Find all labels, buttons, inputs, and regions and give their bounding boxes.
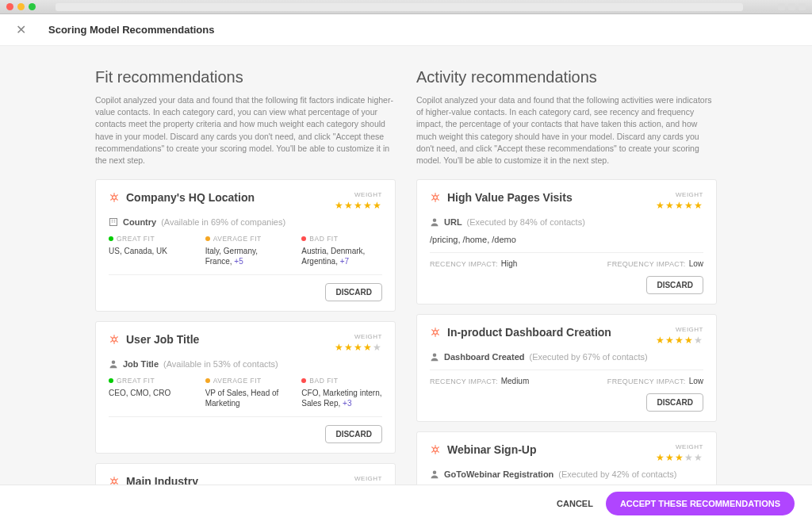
recency-impact-label: RECENCY IMPACT: bbox=[430, 260, 498, 268]
svg-line-18 bbox=[116, 340, 118, 342]
sprocket-icon bbox=[430, 327, 441, 338]
weight-stars: ★★★★★ bbox=[656, 452, 703, 463]
weight-stars: ★★★★★ bbox=[335, 342, 382, 353]
svg-point-43 bbox=[433, 354, 437, 358]
svg-line-16 bbox=[116, 337, 118, 339]
mac-fullscreen-icon[interactable] bbox=[29, 3, 36, 10]
browser-tab-icon bbox=[799, 3, 806, 10]
svg-line-48 bbox=[437, 447, 439, 449]
availability: (Available in 69% of companies) bbox=[161, 217, 285, 227]
svg-line-39 bbox=[431, 330, 434, 331]
cancel-button[interactable]: CANCEL bbox=[557, 499, 593, 508]
frequency-impact-label: FREQUENCY IMPACT: bbox=[607, 377, 686, 385]
mac-minimize-icon[interactable] bbox=[17, 3, 25, 10]
svg-line-31 bbox=[431, 195, 434, 197]
great-fit-label: GREAT FIT bbox=[117, 377, 155, 385]
activity-column: Activity recommendations Copilot analyze… bbox=[416, 68, 717, 485]
accept-recommendations-button[interactable]: ACCEPT THESE RECOMMENDATIONS bbox=[606, 492, 795, 515]
svg-line-33 bbox=[431, 198, 434, 200]
svg-point-35 bbox=[433, 219, 437, 223]
sprocket-icon bbox=[430, 192, 441, 203]
svg-line-5 bbox=[110, 198, 113, 200]
activity-card: In-product Dashboard Creation WEIGHT ★★★… bbox=[416, 314, 717, 422]
weight-stars: ★★★★★ bbox=[656, 200, 703, 211]
svg-line-23 bbox=[110, 479, 113, 481]
bad-fit-value: Austria, Denmark, Argentina, +7 bbox=[301, 246, 382, 266]
svg-point-51 bbox=[433, 471, 437, 475]
discard-button[interactable]: DISCARD bbox=[646, 393, 703, 412]
svg-line-34 bbox=[437, 198, 439, 200]
svg-point-19 bbox=[112, 361, 116, 365]
svg-line-41 bbox=[431, 333, 434, 335]
dot-green-icon bbox=[109, 378, 113, 383]
discard-button[interactable]: DISCARD bbox=[325, 425, 382, 443]
availability: (Executed by 67% of contacts) bbox=[529, 352, 647, 362]
window-chrome bbox=[0, 0, 812, 14]
discard-button[interactable]: DISCARD bbox=[646, 276, 703, 294]
field-name: Job Title bbox=[123, 359, 159, 369]
svg-line-17 bbox=[110, 340, 113, 342]
svg-line-3 bbox=[110, 195, 113, 197]
frequency-impact-label: FREQUENCY IMPACT: bbox=[607, 260, 686, 268]
availability: (Executed by 84% of contacts) bbox=[467, 217, 585, 227]
svg-line-26 bbox=[116, 482, 118, 484]
availability: (Executed by 42% of contacts) bbox=[558, 469, 676, 479]
sprocket-icon bbox=[109, 334, 120, 345]
activity-card: High Value Pages Visits WEIGHT ★★★★★ URL… bbox=[416, 179, 717, 305]
fit-heading: Fit recommendations bbox=[95, 68, 396, 86]
fit-card: User Job Title WEIGHT ★★★★★ Job Title (A… bbox=[95, 321, 396, 454]
user-icon bbox=[430, 469, 439, 479]
card-title: User Job Title bbox=[126, 333, 199, 346]
mac-close-icon[interactable] bbox=[6, 3, 13, 10]
average-fit-value: Italy, Germany, France, +5 bbox=[205, 246, 286, 266]
fit-description: Copilot analyzed your data and found tha… bbox=[95, 94, 396, 167]
average-fit-value: VP of Sales, Head of Marketing bbox=[205, 388, 286, 408]
availability: (Available in 53% of contacts) bbox=[163, 359, 278, 369]
user-icon bbox=[109, 359, 118, 369]
activity-card: Webinar Sign-Up WEIGHT ★★★★★ GoToWebinar… bbox=[416, 431, 717, 485]
card-title: Webinar Sign-Up bbox=[447, 443, 537, 456]
fit-card: Main Industry WEIGHT ★★★★★ Industry (Ava… bbox=[95, 463, 396, 485]
frequency-impact-value: Low bbox=[689, 259, 703, 268]
dot-yellow-icon bbox=[205, 378, 210, 383]
great-fit-label: GREAT FIT bbox=[117, 235, 155, 243]
user-icon bbox=[430, 352, 439, 362]
page-title: Scoring Model Recommendations bbox=[48, 24, 214, 36]
sprocket-icon bbox=[430, 444, 441, 455]
field-name: URL bbox=[444, 217, 462, 227]
field-name: GoToWebinar Registration bbox=[444, 469, 553, 479]
field-name: Country bbox=[123, 217, 156, 227]
user-icon bbox=[430, 217, 439, 227]
recency-impact-value: Medium bbox=[501, 377, 530, 385]
average-fit-label: AVERAGE FIT bbox=[213, 235, 262, 243]
card-title: Main Industry bbox=[126, 475, 198, 485]
field-name: Dashboard Created bbox=[444, 352, 524, 362]
bad-fit-label: BAD FIT bbox=[309, 235, 338, 243]
dot-green-icon bbox=[109, 236, 113, 241]
svg-line-25 bbox=[110, 482, 113, 484]
url-bar[interactable] bbox=[56, 3, 743, 11]
average-fit-label: AVERAGE FIT bbox=[213, 377, 262, 385]
url-list: /pricing, /home, /demo bbox=[430, 235, 703, 244]
frequency-impact-value: Low bbox=[689, 377, 703, 385]
browser-tab-icon bbox=[778, 3, 785, 10]
close-icon[interactable]: ✕ bbox=[16, 22, 26, 37]
weight-label: WEIGHT bbox=[335, 475, 382, 482]
svg-line-40 bbox=[437, 330, 439, 331]
discard-button[interactable]: DISCARD bbox=[325, 283, 382, 301]
card-title: Company's HQ Location bbox=[126, 191, 255, 204]
weight-stars: ★★★★★ bbox=[335, 484, 382, 485]
bad-fit-value: CFO, Marketing intern, Sales Rep, +3 bbox=[301, 388, 382, 408]
card-title: In-product Dashboard Creation bbox=[447, 326, 611, 339]
svg-line-49 bbox=[431, 450, 434, 452]
building-icon bbox=[109, 217, 118, 227]
browser-tab-icon bbox=[788, 3, 795, 10]
activity-description: Copilot analyzed your data and found tha… bbox=[416, 94, 717, 167]
dot-red-icon bbox=[301, 236, 306, 241]
fit-card: Company's HQ Location WEIGHT ★★★★★ Count… bbox=[95, 179, 396, 312]
svg-line-50 bbox=[437, 450, 439, 452]
fit-column: Fit recommendations Copilot analyzed you… bbox=[95, 68, 396, 485]
weight-stars: ★★★★★ bbox=[656, 335, 703, 346]
sprocket-icon bbox=[109, 476, 120, 485]
svg-line-47 bbox=[431, 447, 434, 449]
